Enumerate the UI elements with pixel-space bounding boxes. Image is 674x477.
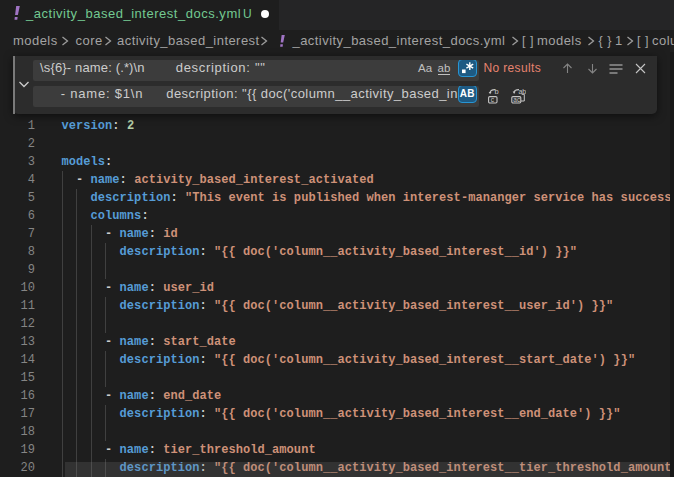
svg-text:ac: ac <box>513 96 521 103</box>
svg-text:b: b <box>494 88 498 96</box>
